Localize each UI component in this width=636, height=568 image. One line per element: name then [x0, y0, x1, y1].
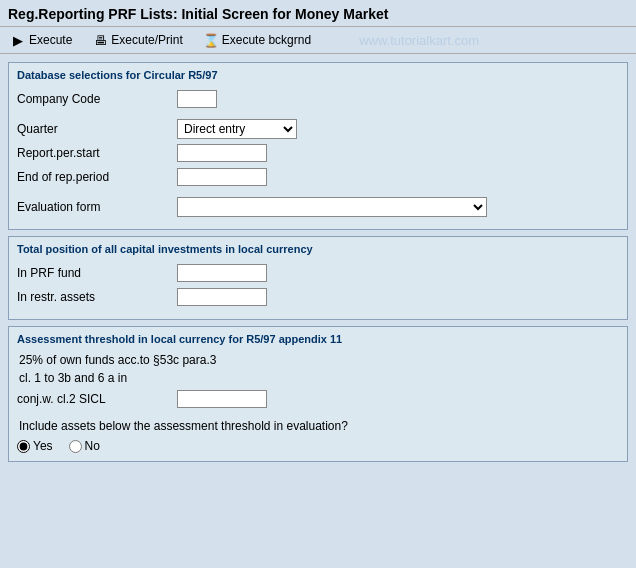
execute-bkgrnd-label: Execute bckgrnd — [222, 33, 311, 47]
prf-fund-row: In PRF fund — [17, 263, 619, 283]
toolbar: ▶ Execute 🖶 Execute/Print ⌛ Execute bckg… — [0, 27, 636, 54]
watermark-text: www.tutorialkart.com — [359, 33, 479, 48]
yes-radio-label[interactable]: Yes — [17, 439, 53, 453]
execute-bkgrnd-button[interactable]: ⌛ Execute bckgrnd — [201, 31, 313, 49]
execute-button[interactable]: ▶ Execute — [8, 31, 74, 49]
end-rep-period-label: End of rep.period — [17, 170, 177, 184]
page-title: Reg.Reporting PRF Lists: Initial Screen … — [8, 6, 388, 22]
execute-print-label: Execute/Print — [111, 33, 182, 47]
execute-label: Execute — [29, 33, 72, 47]
conj-sicl-label: conj.w. cl.2 SICL — [17, 392, 177, 406]
execute-print-button[interactable]: 🖶 Execute/Print — [90, 31, 184, 49]
conj-sicl-row: conj.w. cl.2 SICL — [17, 389, 619, 409]
evaluation-form-label: Evaluation form — [17, 200, 177, 214]
section1-title: Database selections for Circular R5/97 — [17, 69, 619, 83]
title-bar: Reg.Reporting PRF Lists: Initial Screen … — [0, 0, 636, 27]
yes-no-radio-row: Yes No — [17, 439, 619, 453]
restr-assets-label: In restr. assets — [17, 290, 177, 304]
report-per-start-input[interactable] — [177, 144, 267, 162]
clock-icon: ⌛ — [203, 32, 219, 48]
execute-icon: ▶ — [10, 32, 26, 48]
company-code-row: Company Code — [17, 89, 619, 109]
end-rep-period-row: End of rep.period — [17, 167, 619, 187]
no-radio[interactable] — [69, 440, 82, 453]
section-database-selections: Database selections for Circular R5/97 C… — [8, 62, 628, 230]
yes-radio[interactable] — [17, 440, 30, 453]
section3-title: Assessment threshold in local currency f… — [17, 333, 619, 347]
report-per-start-row: Report.per.start — [17, 143, 619, 163]
prf-fund-label: In PRF fund — [17, 266, 177, 280]
quarter-label: Quarter — [17, 122, 177, 136]
quarter-select[interactable]: Direct entry Q1 Q2 Q3 Q4 — [177, 119, 297, 139]
quarter-row: Quarter Direct entry Q1 Q2 Q3 Q4 — [17, 119, 619, 139]
no-radio-label[interactable]: No — [69, 439, 100, 453]
report-per-start-label: Report.per.start — [17, 146, 177, 160]
quarter-select-row: Direct entry Q1 Q2 Q3 Q4 — [177, 119, 297, 139]
print-icon: 🖶 — [92, 32, 108, 48]
prf-fund-input[interactable] — [177, 264, 267, 282]
evaluation-form-select[interactable] — [177, 197, 487, 217]
section3-line2: cl. 1 to 3b and 6 a in — [17, 371, 619, 385]
section-assessment-threshold: Assessment threshold in local currency f… — [8, 326, 628, 462]
main-content: Database selections for Circular R5/97 C… — [0, 54, 636, 470]
include-assets-label: Include assets below the assessment thre… — [17, 419, 619, 433]
restr-assets-input[interactable] — [177, 288, 267, 306]
company-code-input[interactable] — [177, 90, 217, 108]
yes-label: Yes — [33, 439, 53, 453]
section-total-position: Total position of all capital investment… — [8, 236, 628, 320]
section2-title: Total position of all capital investment… — [17, 243, 619, 257]
end-rep-period-input[interactable] — [177, 168, 267, 186]
restr-assets-row: In restr. assets — [17, 287, 619, 307]
company-code-label: Company Code — [17, 92, 177, 106]
no-label: No — [85, 439, 100, 453]
evaluation-form-row: Evaluation form — [17, 197, 619, 217]
section3-line1: 25% of own funds acc.to §53c para.3 — [17, 353, 619, 367]
conj-sicl-input[interactable] — [177, 390, 267, 408]
